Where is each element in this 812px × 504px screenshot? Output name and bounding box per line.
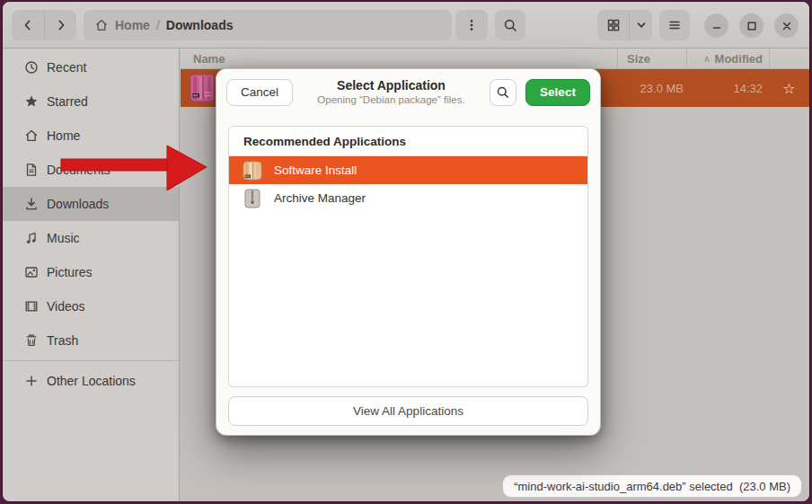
sidebar-item-label: Documents xyxy=(47,163,110,177)
app-row-label: Archive Manager xyxy=(274,191,366,205)
search-icon xyxy=(503,18,518,33)
selection-status-bar: “mind-work-ai-studio_arm64.deb” selected… xyxy=(502,474,802,498)
breadcrumb[interactable]: Home / Downloads xyxy=(84,10,452,40)
sidebar-item-label: Home xyxy=(47,128,80,143)
app-row-label: Software Install xyxy=(274,164,357,177)
star-icon xyxy=(24,94,39,109)
view-all-applications-button[interactable]: View All Applications xyxy=(228,396,588,426)
deb-package-file-icon xyxy=(189,73,216,103)
sidebar-item-other-locations[interactable]: Other Locations xyxy=(3,364,179,398)
chevron-left-icon xyxy=(21,18,35,32)
grid-view-button[interactable] xyxy=(597,10,629,40)
chevron-down-icon xyxy=(635,19,648,31)
sidebar-item-label: Other Locations xyxy=(47,374,136,388)
sort-ascending-icon: ∧ xyxy=(703,54,710,64)
sidebar-item-starred[interactable]: Starred xyxy=(3,84,179,119)
trash-icon xyxy=(24,333,39,348)
sidebar-item-label: Recent xyxy=(47,60,86,75)
application-list: Recommended Applications Software Instal… xyxy=(228,126,588,387)
recommended-section-header: Recommended Applications xyxy=(229,127,587,156)
column-header-row: Name Size ∧ Modified xyxy=(181,49,809,69)
music-note-icon xyxy=(24,231,39,245)
chevron-right-icon xyxy=(54,18,68,32)
file-modified-cell: 14:32 xyxy=(686,82,769,95)
file-size-cell: 23.0 MB xyxy=(617,82,686,95)
nav-button-group xyxy=(12,10,76,40)
path-menu-button[interactable] xyxy=(455,10,488,40)
plus-icon xyxy=(24,374,39,388)
breadcrumb-separator: / xyxy=(156,18,160,32)
dialog-search-button[interactable] xyxy=(490,79,516,106)
column-header-star xyxy=(769,49,809,68)
sidebar-separator xyxy=(3,360,179,361)
back-button[interactable] xyxy=(12,10,44,40)
archive-icon xyxy=(242,188,263,209)
deb-package-icon xyxy=(242,160,263,181)
search-icon xyxy=(496,85,510,100)
dialog-subtitle: Opening “Debian package” files. xyxy=(302,93,481,106)
minimize-icon xyxy=(710,20,723,32)
minimize-button[interactable] xyxy=(704,13,728,38)
cancel-button[interactable]: Cancel xyxy=(226,79,293,106)
dialog-title: Select Application xyxy=(302,78,481,94)
breadcrumb-home[interactable]: Home xyxy=(115,18,150,32)
select-button[interactable]: Select xyxy=(525,79,590,106)
column-header-name[interactable]: Name xyxy=(181,52,617,66)
sidebar-item-label: Downloads xyxy=(47,197,109,211)
places-sidebar: Recent Starred Home Documents Downloads … xyxy=(3,49,180,501)
sidebar-item-label: Videos xyxy=(47,299,85,314)
column-header-size[interactable]: Size xyxy=(617,49,686,68)
hamburger-menu-icon xyxy=(667,18,682,32)
sidebar-item-label: Trash xyxy=(47,333,78,348)
sidebar-item-videos[interactable]: Videos xyxy=(3,289,179,323)
sidebar-item-home[interactable]: Home xyxy=(3,119,179,153)
sidebar-item-trash[interactable]: Trash xyxy=(3,323,179,358)
sidebar-item-pictures[interactable]: Pictures xyxy=(3,255,179,289)
view-toggle-group xyxy=(597,10,652,40)
maximize-button[interactable] xyxy=(739,13,763,38)
app-row-software-install[interactable]: Software Install xyxy=(229,156,587,184)
headerbar: Home / Downloads xyxy=(3,2,809,49)
sidebar-item-downloads[interactable]: Downloads xyxy=(3,187,179,221)
sidebar-item-documents[interactable]: Documents xyxy=(3,153,179,187)
sidebar-item-label: Starred xyxy=(47,94,88,109)
sidebar-item-label: Pictures xyxy=(47,265,93,279)
home-icon xyxy=(24,128,39,143)
picture-icon xyxy=(24,265,39,279)
app-row-archive-manager[interactable]: Archive Manager xyxy=(229,184,587,212)
dialog-title-block: Select Application Opening “Debian packa… xyxy=(302,78,481,107)
column-header-modified[interactable]: ∧ Modified xyxy=(686,49,769,68)
sidebar-item-music[interactable]: Music xyxy=(3,221,179,255)
clock-icon xyxy=(24,60,39,75)
grid-view-icon xyxy=(606,18,621,32)
close-icon xyxy=(781,20,793,32)
main-menu-button[interactable] xyxy=(659,10,690,40)
document-icon xyxy=(24,163,39,177)
sidebar-item-label: Music xyxy=(47,231,80,245)
breadcrumb-current[interactable]: Downloads xyxy=(166,18,234,32)
search-button[interactable] xyxy=(495,10,525,40)
kebab-menu-icon xyxy=(464,18,479,32)
sidebar-item-recent[interactable]: Recent xyxy=(3,50,179,84)
home-icon xyxy=(94,18,109,32)
maximize-icon xyxy=(746,20,758,32)
close-button[interactable] xyxy=(774,13,799,38)
files-window: Home / Downloads xyxy=(2,1,810,502)
download-icon xyxy=(24,197,39,211)
star-toggle-icon[interactable]: ☆ xyxy=(769,80,809,97)
dialog-headerbar: Cancel Select Application Opening “Debia… xyxy=(216,69,600,115)
select-application-dialog: Cancel Select Application Opening “Debia… xyxy=(216,68,601,436)
film-icon xyxy=(24,299,39,314)
view-options-button[interactable] xyxy=(629,10,652,40)
forward-button[interactable] xyxy=(44,10,76,40)
